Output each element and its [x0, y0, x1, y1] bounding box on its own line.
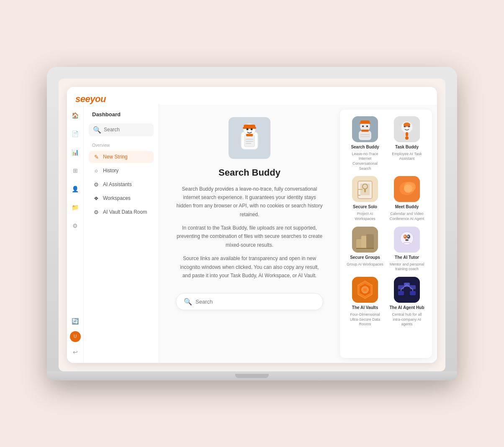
laptop-screen: seeyou 🏠 📄 📊 ⊞ 👤 📁 ⚙ 🔄 U ↩ — [59, 79, 445, 371]
center-panel: Search Buddy Search Buddy provides a lea… — [159, 105, 340, 363]
svg-rect-59 — [410, 291, 416, 295]
grid-item-ai-agent-hub[interactable]: The AI Agent HubCentral hub for all intr… — [388, 277, 425, 327]
grid-name-task-buddy: Task Buddy — [395, 145, 419, 149]
grid-desc-meet-buddy: Calendar and Video Conference AI Agent — [388, 212, 425, 221]
grid-item-ai-vaults[interactable]: The AI VaultsFour-Dimensional Ultra-Secu… — [347, 277, 383, 327]
doc-icon[interactable]: 📄 — [69, 128, 81, 140]
grid-icon-ai-vaults — [352, 277, 378, 303]
svg-rect-32 — [364, 189, 366, 192]
grid-name-meet-buddy: Meet Buddy — [395, 204, 419, 209]
sidebar-item-ai-vault[interactable]: ⚙ AI Vault Data Room — [89, 206, 154, 218]
sidebar-icon-strip: 🏠 📄 📊 ⊞ 👤 📁 ⚙ 🔄 U ↩ — [67, 105, 84, 363]
svg-point-25 — [404, 123, 410, 127]
main-search-bar[interactable]: 🔍 — [176, 293, 323, 310]
svg-rect-55 — [398, 285, 404, 289]
settings-icon[interactable]: ⚙ — [69, 220, 81, 232]
grid-items: Search BuddyLeave-no-Trace Internet Conv… — [347, 116, 425, 327]
grid-item-search-buddy[interactable]: Search BuddyLeave-no-Trace Internet Conv… — [347, 116, 383, 171]
grid-name-ai-tutor: The AI Tutor — [395, 255, 419, 260]
sidebar-item-label: History — [103, 168, 118, 174]
svg-rect-6 — [244, 135, 255, 147]
grid-icon-secure-solo — [352, 176, 378, 202]
app-body: 🏠 📄 📊 ⊞ 👤 📁 ⚙ 🔄 U ↩ Dashboard — [67, 105, 437, 363]
folder-icon[interactable]: 📁 — [69, 202, 81, 213]
grid-name-ai-vaults: The AI Vaults — [352, 305, 378, 310]
user-avatar[interactable]: U — [70, 331, 81, 342]
grid-item-secure-groups[interactable]: Secure GroupsGroup AI Workspaces — [347, 227, 383, 272]
grid-icon-task-buddy — [394, 116, 420, 142]
home-icon[interactable]: 🏠 — [69, 110, 81, 121]
svg-point-47 — [408, 235, 409, 237]
grid-desc-secure-groups: Group AI Workspaces — [347, 262, 383, 267]
main-content: Search Buddy Search Buddy provides a lea… — [159, 105, 437, 363]
sidebar-search-input[interactable] — [104, 127, 149, 133]
sidebar-item-label: New String — [103, 154, 128, 160]
sidebar-item-ai-assistants[interactable]: ⚙ AI Assistants — [89, 179, 154, 191]
buddy-desc-3: Source links are available for transpare… — [176, 254, 323, 280]
chart-icon[interactable]: 📊 — [69, 146, 81, 158]
sidebar-item-label: AI Vault Data Room — [103, 209, 147, 215]
svg-point-27 — [405, 136, 409, 140]
workspaces-icon: ❖ — [93, 195, 100, 202]
ai-assistants-icon: ⚙ — [93, 181, 100, 188]
grid-icon[interactable]: ⊞ — [69, 165, 81, 176]
buddy-desc-1: Search Buddy provides a leave-no-trace, … — [176, 185, 323, 219]
new-string-icon: ✎ — [93, 154, 100, 160]
refresh-icon[interactable]: 🔄 — [69, 315, 81, 327]
app-header: seeyou — [67, 87, 437, 105]
content-area: Search Buddy Search Buddy provides a lea… — [159, 105, 437, 363]
grid-name-search-buddy: Search Buddy — [351, 145, 379, 149]
grid-icon-secure-groups — [352, 227, 378, 253]
laptop-base — [47, 371, 457, 381]
grid-desc-ai-tutor: Mentor and personal training coach — [388, 262, 425, 272]
svg-point-46 — [404, 235, 406, 237]
history-icon: ○ — [93, 168, 100, 174]
buddy-svg — [233, 121, 266, 155]
sidebar-nav: Dashboard 🔍 Overview ✎ New String ○ Hist… — [84, 105, 159, 363]
svg-rect-57 — [410, 285, 416, 289]
grid-desc-ai-vaults: Four-Dimensional Ultra-Secure Data Rooms — [347, 312, 383, 327]
app-window: seeyou 🏠 📄 📊 ⊞ 👤 📁 ⚙ 🔄 U ↩ — [67, 87, 437, 363]
sidebar-item-workspaces[interactable]: ❖ Workspaces — [89, 192, 154, 204]
grid-icon-ai-tutor — [394, 227, 420, 253]
grid-item-ai-tutor[interactable]: The AI TutorMentor and personal training… — [388, 227, 425, 272]
right-panel: Search BuddyLeave-no-Trace Internet Conv… — [340, 110, 432, 358]
svg-rect-3 — [243, 127, 256, 129]
buddy-desc-2: In contrast to the Task Buddy, file uplo… — [176, 224, 323, 249]
sidebar-item-label: AI Assistants — [103, 181, 132, 187]
svg-rect-58 — [398, 291, 404, 295]
buddy-description: Search Buddy provides a leave-no-trace, … — [176, 185, 323, 285]
sidebar-search-box[interactable]: 🔍 — [89, 123, 154, 136]
ai-vault-icon: ⚙ — [93, 209, 100, 215]
grid-item-meet-buddy[interactable]: Meet BuddyCalendar and Video Conference … — [388, 176, 425, 221]
grid-name-secure-solo: Secure Solo — [353, 204, 377, 209]
svg-point-16 — [366, 125, 368, 127]
svg-rect-54 — [394, 277, 420, 303]
svg-rect-14 — [360, 123, 370, 124]
svg-point-53 — [363, 288, 367, 291]
sidebar-item-new-string[interactable]: ✎ New String — [89, 151, 154, 163]
svg-rect-7 — [246, 134, 253, 136]
app-logo: seeyou — [75, 94, 106, 104]
svg-rect-18 — [361, 130, 369, 132]
buddy-title: Search Buddy — [219, 167, 280, 178]
grid-icon-meet-buddy — [394, 176, 420, 202]
search-icon: 🔍 — [184, 298, 192, 306]
svg-point-4 — [247, 128, 249, 130]
grid-item-secure-solo[interactable]: Secure SoloProject AI Workspaces — [347, 176, 383, 221]
grid-desc-search-buddy: Leave-no-Trace Internet Conversational S… — [347, 152, 383, 171]
sidebar-item-label: Workspaces — [103, 195, 131, 201]
sidebar-title: Dashboard — [89, 111, 154, 122]
grid-name-secure-groups: Secure Groups — [350, 255, 380, 260]
svg-point-43 — [400, 232, 414, 245]
laptop-notch — [235, 374, 269, 378]
main-search-input[interactable] — [195, 299, 315, 305]
svg-point-36 — [404, 184, 412, 193]
sidebar-item-history[interactable]: ○ History — [89, 165, 154, 177]
buddy-illustration — [229, 117, 270, 159]
grid-desc-ai-agent-hub: Central hub for all intra-company AI age… — [388, 312, 425, 327]
logout-icon[interactable]: ↩ — [69, 346, 81, 358]
grid-item-task-buddy[interactable]: Task BuddyEmployee AI Task Assistant — [388, 116, 425, 171]
user-icon[interactable]: 👤 — [69, 183, 81, 195]
svg-point-5 — [251, 128, 253, 130]
